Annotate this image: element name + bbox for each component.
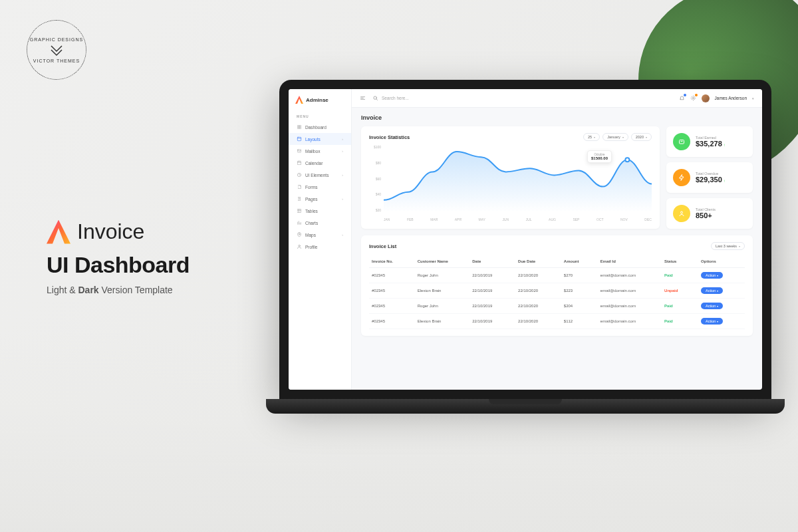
search-input[interactable]: Search here... (372, 95, 672, 101)
svg-rect-4 (297, 137, 301, 140)
chevron-right-icon: › (342, 173, 343, 177)
chevron-right-icon: › (342, 197, 343, 201)
chevron-down-icon: ▾ (752, 96, 754, 100)
filter-year[interactable]: 2020 (631, 133, 652, 141)
nav-icon (297, 220, 302, 225)
sidebar-item-layouts[interactable]: Layouts› (289, 133, 351, 145)
svg-rect-1 (299, 125, 301, 126)
table-row: #02345 Roger John 22/10/2019 22/10/2020 … (369, 268, 745, 283)
stat-icon (673, 133, 690, 150)
cell-email: email@domain.com (600, 289, 664, 293)
svg-rect-3 (299, 127, 301, 128)
cell-customer: Eleston Brain (418, 289, 473, 293)
cell-status: Paid (664, 304, 701, 308)
topbar: Search here... James Anderson ▾ (352, 89, 762, 108)
nav-label: Profile (305, 245, 317, 249)
sidebar-item-ui-elements[interactable]: UI Elements› (289, 169, 351, 181)
filter-count[interactable]: 25 (583, 133, 600, 141)
cell-customer: Roger John (418, 273, 473, 277)
promo-block: Invoice UI Dashboard Light & Dark Versio… (47, 219, 190, 295)
y-tick: $100 (369, 145, 381, 149)
sidebar-item-tables[interactable]: Tables (289, 205, 351, 217)
nav-icon (297, 172, 302, 178)
cell-invoice-no: #02345 (372, 319, 418, 323)
action-button[interactable]: Action (701, 303, 723, 309)
x-tick: APR (455, 217, 462, 221)
svg-point-10 (299, 245, 301, 247)
column-header: Due Date (518, 259, 564, 263)
cell-email: email@domain.com (600, 304, 664, 308)
nav-label: Maps (305, 233, 316, 237)
column-header: Amount (564, 259, 600, 263)
nav-icon (297, 124, 302, 130)
brand[interactable]: Adminse (289, 96, 351, 110)
svg-rect-0 (297, 125, 299, 126)
settings-button[interactable] (690, 95, 696, 102)
nav-label: Tables (305, 209, 318, 213)
x-tick: MAY (479, 217, 485, 221)
sidebar-item-calendar[interactable]: Calendar (289, 157, 351, 169)
x-tick: JAN (384, 217, 390, 221)
sidebar-item-charts[interactable]: Charts (289, 217, 351, 229)
sidebar: Adminse MENU DashboardLayouts›Mailbox›Ca… (289, 89, 352, 390)
cell-status: Paid (664, 273, 701, 277)
cell-invoice-no: #02345 (372, 289, 418, 293)
nav-icon (297, 160, 302, 166)
sidebar-item-mailbox[interactable]: Mailbox› (289, 145, 351, 157)
svg-rect-8 (297, 209, 301, 213)
content: Invoice Invoice Statistics 25 January 20… (352, 108, 762, 390)
stat-value: 850+ (696, 211, 716, 219)
nav-icon (297, 244, 302, 249)
invoice-list-card: Invoice List Last 3 weeks Invoice No.Cus… (361, 235, 753, 336)
nav-icon (297, 148, 302, 154)
menu-toggle-icon[interactable] (360, 95, 366, 101)
sidebar-item-pages[interactable]: Pages› (289, 193, 351, 205)
cell-status: Unpaid (664, 289, 701, 293)
svg-point-11 (374, 96, 377, 100)
action-button[interactable]: Action (701, 272, 723, 279)
cell-amount: $204 (564, 304, 600, 308)
promo-title: Invoice (77, 219, 144, 244)
column-header: Options (701, 259, 742, 263)
nav-label: Forms (305, 185, 317, 190)
cell-date: 22/10/2019 (472, 304, 518, 308)
x-tick: JUN (502, 217, 509, 221)
promo-subtitle: UI Dashboard (47, 252, 190, 278)
list-title: Invoice List (369, 243, 396, 249)
arrow-up-icon: ↑ (724, 179, 726, 183)
cell-due: 22/10/2020 (518, 289, 564, 293)
nav-label: Pages (305, 197, 317, 201)
search-icon (372, 95, 378, 101)
chart-title: Invoice Statistics (369, 134, 410, 140)
sidebar-item-forms[interactable]: Forms (289, 181, 351, 193)
chevron-right-icon: › (342, 149, 343, 153)
sidebar-item-dashboard[interactable]: Dashboard (289, 121, 351, 133)
nav-label: Dashboard (305, 125, 327, 130)
filter-month[interactable]: January (602, 133, 628, 141)
x-tick: NOV (620, 217, 628, 221)
nav-label: Mailbox (305, 149, 320, 154)
action-button[interactable]: Action (701, 318, 723, 325)
cell-customer: Eleston Brain (418, 319, 473, 323)
badge-text-bottom: VICTOR THEMES (30, 59, 83, 63)
action-button[interactable]: Action (701, 287, 723, 294)
stat-icon (673, 205, 690, 222)
cell-email: email@domain.com (600, 273, 664, 277)
stat-card: Total Earned $35,278↑ (666, 126, 753, 157)
promo-tagline: Light & Dark Version Template (47, 285, 190, 295)
nav-icon (297, 208, 302, 213)
avatar[interactable] (702, 94, 710, 102)
cell-email: email@domain.com (600, 319, 664, 323)
sidebar-item-maps[interactable]: Maps› (289, 229, 351, 241)
gear-icon (690, 95, 696, 101)
username-label[interactable]: James Anderson (715, 96, 747, 100)
sidebar-item-profile[interactable]: Profile (289, 241, 351, 253)
list-filter[interactable]: Last 3 weeks (711, 242, 745, 250)
bell-icon (679, 95, 685, 101)
svg-point-13 (625, 158, 629, 162)
stat-value: $35,278↑ (696, 140, 726, 148)
cell-date: 22/10/2019 (472, 319, 518, 323)
x-tick: FEB (407, 217, 414, 221)
notification-bell-button[interactable] (679, 95, 685, 102)
nav-label: Calendar (305, 161, 323, 166)
